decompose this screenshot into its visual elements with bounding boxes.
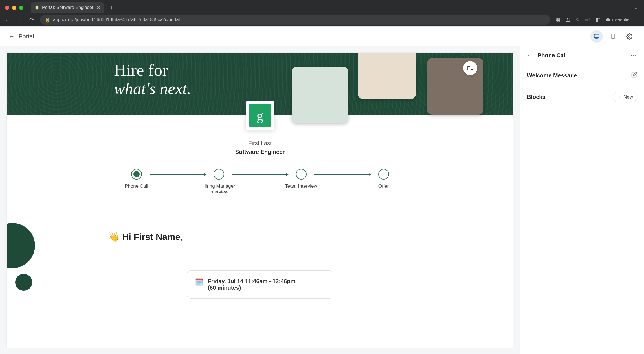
schedule-line1: Friday, Jul 14 11:46am - 12:46pm <box>208 278 296 285</box>
stage-hiring-manager[interactable]: Hiring Manager Interview <box>206 169 232 195</box>
company-logo-tile: g <box>246 101 274 130</box>
hero-line2: what's next. <box>114 80 191 98</box>
key-icon[interactable]: ⚿ <box>565 17 570 23</box>
initials-text: FL <box>467 65 473 71</box>
incognito-indicator[interactable]: 🕶 Incognito <box>606 18 629 22</box>
new-button-label: New <box>623 94 633 100</box>
chrome-menu-icon[interactable]: ⋮ <box>634 17 639 23</box>
gear-icon <box>626 33 632 40</box>
decorative-circle-large <box>7 223 35 268</box>
hero-banner: Hire for what's next. FL g <box>7 53 513 115</box>
tab-close-icon[interactable]: ✕ <box>96 5 100 10</box>
stage-label: Team Interview <box>284 183 318 189</box>
tabs-overflow-icon[interactable]: ⌄ <box>634 5 641 11</box>
panel-back-icon[interactable]: ← <box>527 52 533 59</box>
window-maximize-button[interactable] <box>19 6 23 10</box>
side-panel-header: ← Phone Call ⋯ <box>520 46 644 65</box>
schedule-text: Friday, Jul 14 11:46am - 12:46pm (60 min… <box>208 278 296 291</box>
svg-point-2 <box>628 36 630 37</box>
tab-favicon <box>35 5 39 10</box>
monitor-icon <box>594 33 600 40</box>
header-title: Portal <box>19 33 34 40</box>
nav-reload-icon[interactable]: ⟳ <box>28 16 35 23</box>
device-desktop-button[interactable] <box>590 30 603 43</box>
hero-text: Hire for what's next. <box>114 62 191 98</box>
address-bar[interactable]: 🔒 app.cxp.fyi/jobs/bed7f6d6-f1df-4a84-b7… <box>40 15 550 25</box>
stage-stepper: Phone Call Hiring Manager Interview Team… <box>7 169 513 195</box>
panel-title: Phone Call <box>538 52 567 59</box>
stage-circle-active <box>131 169 142 180</box>
candidate-initials-badge[interactable]: FL <box>463 61 477 75</box>
edit-icon[interactable] <box>631 72 637 79</box>
pencil-square-icon <box>631 72 637 78</box>
welcome-message-row[interactable]: Welcome Message <box>520 65 644 86</box>
hero-photo-1 <box>292 67 348 123</box>
settings-button[interactable] <box>623 30 636 43</box>
candidate-name: First Last <box>7 140 513 147</box>
stage-label: Hiring Manager Interview <box>202 183 236 195</box>
device-mobile-button[interactable] <box>607 30 619 43</box>
welcome-section: 👋 Hi First Name, 🗓️ Friday, Jul 14 11:46… <box>7 231 513 310</box>
welcome-heading: 👋 Hi First Name, <box>108 231 485 242</box>
window-close-button[interactable] <box>5 6 9 10</box>
page: ← Portal Hire for what's next. <box>0 26 644 354</box>
stage-connector <box>150 174 206 175</box>
incognito-label: Incognito <box>612 18 629 22</box>
candidate-role: Software Engineer <box>7 149 513 155</box>
stage-circle <box>296 169 307 180</box>
decorative-circle-small <box>15 274 32 291</box>
stage-phone-call[interactable]: Phone Call <box>124 169 150 195</box>
schedule-line2: (60 minutes) <box>208 285 296 291</box>
stage-circle <box>378 169 389 180</box>
workspace: Hire for what's next. FL g First Last <box>0 46 644 354</box>
stage-offer[interactable]: Offer <box>371 169 397 195</box>
browser-toolbar: ← → ⟳ 🔒 app.cxp.fyi/jobs/bed7f6d6-f1df-4… <box>0 14 644 26</box>
blocks-label: Blocks <box>527 94 546 100</box>
side-panel: ← Phone Call ⋯ Welcome Message Blocks ＋ … <box>520 46 644 354</box>
stage-connector <box>232 174 288 175</box>
portal-preview-canvas: Hire for what's next. FL g First Last <box>7 53 513 348</box>
hero-photo-2 <box>358 53 416 99</box>
blocks-row: Blocks ＋ New <box>520 86 644 108</box>
welcome-message-label: Welcome Message <box>527 72 577 79</box>
canvas-column: Hire for what's next. FL g First Last <box>0 46 520 354</box>
plus-icon: ＋ <box>617 94 622 100</box>
candidate-block: First Last Software Engineer <box>7 140 513 155</box>
url-text: app.cxp.fyi/jobs/bed7f6d6-f1df-4a84-b7a6… <box>53 17 180 22</box>
browser-tab-strip: Portal: Software Engineer ✕ ＋ ⌄ <box>0 0 644 14</box>
app-header: ← Portal <box>0 27 644 46</box>
tab-title: Portal: Software Engineer <box>42 5 93 10</box>
schedule-card[interactable]: 🗓️ Friday, Jul 14 11:46am - 12:46pm (60 … <box>187 270 333 299</box>
panel-more-icon[interactable]: ⋯ <box>630 52 637 59</box>
incognito-icon: 🕶 <box>606 18 610 22</box>
calendar-icon: 🗓️ <box>195 278 203 286</box>
header-back-icon[interactable]: ← <box>8 33 15 40</box>
stage-connector <box>314 174 371 175</box>
browser-tab[interactable]: Portal: Software Engineer ✕ <box>31 2 104 13</box>
reading-list-icon[interactable]: ≡⁺ <box>585 17 591 23</box>
new-tab-button[interactable]: ＋ <box>107 3 117 12</box>
nav-back-icon[interactable]: ← <box>5 17 11 23</box>
toolbar-right-icons: ▦ ⚿ ☆ ≡⁺ ◧ 🕶 Incognito ⋮ <box>555 17 639 23</box>
company-logo-icon: g <box>249 104 271 127</box>
window-minimize-button[interactable] <box>12 6 16 10</box>
smartphone-icon <box>610 33 616 40</box>
header-right-controls <box>590 30 636 43</box>
stage-label: Phone Call <box>120 183 153 189</box>
extensions-icon[interactable]: ◧ <box>596 17 601 23</box>
stage-team-interview[interactable]: Team Interview <box>288 169 314 195</box>
stage-circle <box>214 169 224 180</box>
svg-rect-0 <box>594 34 599 37</box>
lock-icon: 🔒 <box>45 17 50 23</box>
browser-chrome: Portal: Software Engineer ✕ ＋ ⌄ ← → ⟳ 🔒 … <box>0 0 644 26</box>
qr-icon[interactable]: ▦ <box>555 17 560 23</box>
hero-line1: Hire for <box>114 62 191 78</box>
nav-forward-icon[interactable]: → <box>16 17 23 23</box>
new-block-button[interactable]: ＋ New <box>613 92 637 102</box>
bookmark-icon[interactable]: ☆ <box>575 17 580 23</box>
stage-label: Offer <box>367 183 401 189</box>
window-controls <box>5 6 23 10</box>
